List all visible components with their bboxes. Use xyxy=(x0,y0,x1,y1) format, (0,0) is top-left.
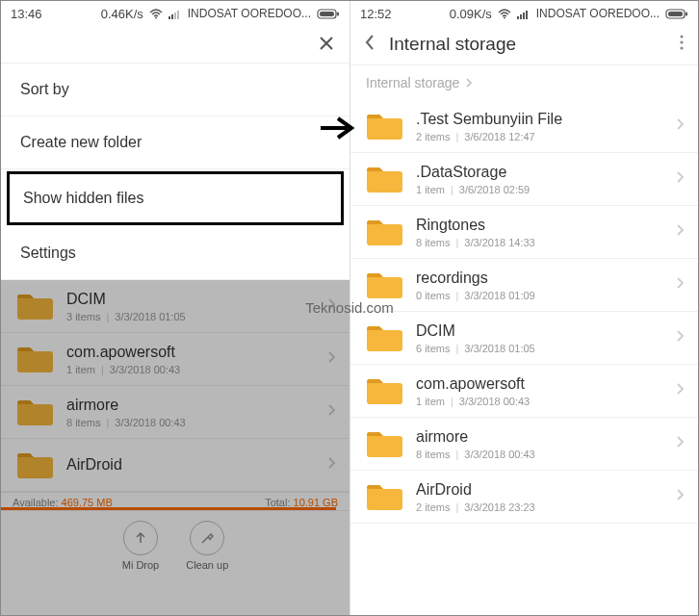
chevron-right-icon xyxy=(326,297,336,315)
status-bar: 13:46 0.46K/s INDOSAT OOREDOO... xyxy=(1,1,350,24)
folder-meta: 2 items|3/6/2018 12:47 xyxy=(416,131,663,142)
folder-icon xyxy=(364,427,404,460)
folder-meta: 1 item|3/6/2018 02:59 xyxy=(416,184,663,195)
folder-icon xyxy=(364,216,404,248)
folder-row[interactable]: AirDroid2 items|3/3/2018 23:23 xyxy=(350,471,698,524)
status-netspeed: 0.09K/s xyxy=(450,7,492,21)
page-title: Internal storage xyxy=(389,34,665,55)
status-carrier: INDOSAT OOREDOO... xyxy=(536,7,660,20)
folder-icon xyxy=(364,480,404,513)
folder-name: DCIM xyxy=(66,291,315,308)
folder-name: recordings xyxy=(416,270,663,287)
folder-row[interactable]: AirDroid xyxy=(1,439,350,492)
svg-rect-2 xyxy=(171,14,173,19)
folder-row[interactable]: airmore8 items|3/3/2018 00:43 xyxy=(350,418,698,471)
wifi-icon xyxy=(498,9,511,19)
folder-row[interactable]: DCIM3 items|3/3/2018 01:05 xyxy=(1,280,350,333)
folder-name: AirDroid xyxy=(66,456,315,474)
breadcrumb-text: Internal storage xyxy=(366,75,459,90)
svg-point-8 xyxy=(504,16,505,18)
folder-meta: 8 items|3/3/2018 14:33 xyxy=(416,237,663,248)
menu-sort-by[interactable]: Sort by xyxy=(1,64,350,116)
right-phone-screen: 12:52 0.09K/s INDOSAT OOREDOO... Interna… xyxy=(350,1,698,615)
chevron-right-icon xyxy=(326,403,336,421)
svg-rect-12 xyxy=(526,11,528,19)
chevron-right-icon xyxy=(675,117,685,135)
folder-icon xyxy=(14,396,55,428)
menu-create-folder[interactable]: Create new folder xyxy=(1,116,350,169)
chevron-right-icon xyxy=(675,329,685,346)
status-carrier: INDOSAT OOREDOO... xyxy=(188,7,311,20)
status-bar: 12:52 0.09K/s INDOSAT OOREDOO... xyxy=(350,1,698,24)
folder-name: .DataStorage xyxy=(416,164,663,181)
cleanup-button[interactable]: Clean up xyxy=(186,521,228,571)
chevron-right-icon xyxy=(675,223,685,241)
chevron-right-icon xyxy=(675,170,685,188)
breadcrumb[interactable]: Internal storage xyxy=(350,65,698,100)
folder-meta: 6 items|3/3/2018 01:05 xyxy=(416,343,663,354)
signal-icon xyxy=(168,9,182,19)
wifi-icon xyxy=(149,9,163,19)
menu-show-hidden-files[interactable]: Show hidden files xyxy=(7,171,344,225)
folder-name: Ringtones xyxy=(416,217,663,234)
cleanup-label: Clean up xyxy=(186,559,228,571)
menu-settings[interactable]: Settings xyxy=(1,227,350,280)
folder-icon xyxy=(14,343,55,375)
svg-rect-4 xyxy=(177,11,179,19)
back-icon[interactable] xyxy=(364,34,375,55)
midrop-label: Mi Drop xyxy=(122,559,160,571)
signal-icon xyxy=(517,9,531,19)
folder-row[interactable]: recordings0 items|3/3/2018 01:09 xyxy=(350,259,698,312)
folder-name: airmore xyxy=(66,397,315,414)
chevron-right-icon xyxy=(675,276,685,294)
storage-summary: Available: 469.75 MB Total: 10.91 GB xyxy=(1,492,350,510)
folder-icon xyxy=(364,374,404,407)
status-netspeed: 0.46K/s xyxy=(101,7,143,21)
chevron-right-icon xyxy=(675,382,685,399)
folder-row[interactable]: com.apowersoft1 item|3/3/2018 00:43 xyxy=(1,333,350,386)
folder-meta: 8 items|3/3/2018 00:43 xyxy=(416,449,663,460)
file-list: .Test Sembunyiin File2 items|3/6/2018 12… xyxy=(350,100,698,615)
svg-point-17 xyxy=(680,40,683,43)
svg-rect-10 xyxy=(520,14,522,19)
battery-icon xyxy=(317,9,340,19)
close-icon[interactable] xyxy=(317,34,336,57)
folder-icon xyxy=(364,321,404,354)
folder-icon xyxy=(14,449,55,481)
folder-name: com.apowersoft xyxy=(66,344,315,361)
chevron-right-icon xyxy=(675,435,685,452)
chevron-right-icon xyxy=(326,456,336,474)
available-value: 469.75 MB xyxy=(62,497,113,508)
folder-row[interactable]: .DataStorage1 item|3/6/2018 02:59 xyxy=(350,153,698,206)
status-time: 12:52 xyxy=(360,7,392,21)
folder-row[interactable]: com.apowersoft1 item|3/3/2018 00:43 xyxy=(350,365,698,418)
menu-close-row xyxy=(1,24,350,63)
folder-icon xyxy=(364,163,404,195)
chevron-right-icon xyxy=(675,488,685,505)
svg-rect-7 xyxy=(337,12,339,15)
svg-rect-1 xyxy=(168,16,170,19)
folder-row[interactable]: airmore8 items|3/3/2018 00:43 xyxy=(1,386,350,439)
available-label: Available: xyxy=(13,497,59,508)
folder-name: airmore xyxy=(416,428,663,446)
left-phone-screen: 13:46 0.46K/s INDOSAT OOREDOO... Sort by… xyxy=(1,1,350,615)
more-icon[interactable] xyxy=(679,34,685,55)
folder-name: com.apowersoft xyxy=(416,375,663,393)
folder-name: .Test Sembunyiin File xyxy=(416,111,663,128)
chevron-right-icon xyxy=(465,75,473,90)
dimmed-file-list: DCIM3 items|3/3/2018 01:05com.apowersoft… xyxy=(1,280,350,615)
folder-icon xyxy=(14,290,55,322)
folder-row[interactable]: DCIM6 items|3/3/2018 01:05 xyxy=(350,312,698,365)
folder-row[interactable]: .Test Sembunyiin File2 items|3/6/2018 12… xyxy=(350,100,698,153)
svg-rect-9 xyxy=(517,16,519,19)
folder-name: AirDroid xyxy=(416,481,663,499)
folder-row[interactable]: Ringtones8 items|3/3/2018 14:33 xyxy=(350,206,698,259)
folder-meta: 1 item|3/3/2018 00:43 xyxy=(66,364,315,375)
midrop-button[interactable]: Mi Drop xyxy=(122,521,160,571)
folder-meta: 0 items|3/3/2018 01:09 xyxy=(416,290,663,301)
folder-icon xyxy=(364,110,404,142)
bottom-action-bar: Mi Drop Clean up xyxy=(1,510,350,578)
svg-rect-6 xyxy=(320,12,334,16)
folder-meta: 1 item|3/3/2018 00:43 xyxy=(416,396,663,407)
folder-icon xyxy=(364,269,404,301)
